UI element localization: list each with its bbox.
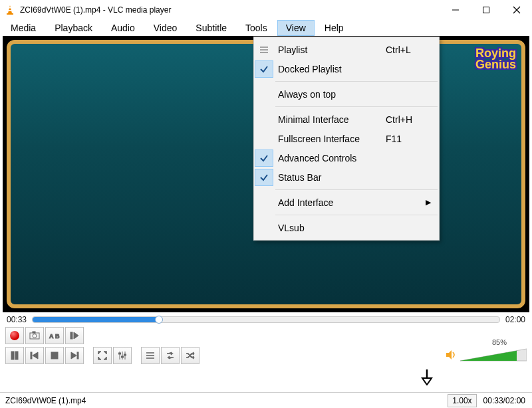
menu-audio[interactable]: Audio	[103, 21, 143, 35]
loop-ab-icon: AB	[49, 331, 61, 340]
menu-separator	[275, 81, 438, 82]
minimize-button[interactable]	[440, 0, 471, 20]
shuffle-icon	[185, 351, 196, 360]
svg-marker-34	[446, 350, 452, 359]
playlist-icon	[146, 352, 155, 359]
menu-separator	[275, 189, 438, 190]
view-advanced-controls[interactable]: Advanced Controls	[254, 148, 439, 167]
camera-icon	[29, 331, 40, 340]
previous-button[interactable]	[25, 347, 44, 364]
view-dropdown: Playlist Ctrl+L Docked Playlist Always o…	[253, 37, 440, 241]
equalizer-icon	[118, 351, 127, 360]
menu-tools[interactable]: Tools	[237, 21, 275, 35]
check-icon	[255, 150, 273, 166]
menu-help[interactable]: Help	[317, 21, 352, 35]
list-icon	[254, 46, 274, 54]
menu-subtitle[interactable]: Subtitle	[188, 21, 235, 35]
stop-button[interactable]	[45, 347, 64, 364]
playback-speed[interactable]: 1.00x	[448, 394, 476, 407]
svg-rect-5	[483, 7, 489, 13]
record-button[interactable]	[5, 327, 24, 344]
svg-rect-16	[70, 332, 72, 339]
submenu-arrow-icon: ▶	[426, 198, 439, 207]
menu-separator	[275, 106, 438, 107]
menubar: Media Playback Audio Video Subtitle Tool…	[0, 20, 532, 36]
fullscreen-button[interactable]	[93, 347, 112, 364]
toolbars: AB 85%	[0, 326, 532, 365]
window-title: ZCI69dVtW0E (1).mp4 - VLC media player	[20, 5, 440, 15]
view-vlsub[interactable]: VLsub	[254, 218, 439, 237]
pause-icon	[10, 351, 19, 360]
svg-marker-0	[8, 5, 12, 13]
frame-step-button[interactable]	[65, 327, 84, 344]
svg-rect-3	[7, 13, 13, 15]
svg-text:B: B	[55, 333, 60, 340]
speaker-icon[interactable]	[446, 350, 458, 362]
loop-icon	[165, 351, 176, 360]
svg-rect-24	[77, 352, 78, 359]
record-icon	[10, 331, 19, 340]
check-icon	[255, 169, 273, 185]
check-icon	[255, 61, 273, 77]
menu-playback[interactable]: Playback	[47, 21, 100, 35]
skip-forward-icon	[70, 351, 79, 360]
pause-button[interactable]	[5, 347, 24, 364]
close-button[interactable]	[501, 0, 532, 20]
svg-rect-19	[15, 352, 18, 359]
svg-rect-29	[122, 356, 124, 357]
svg-rect-20	[31, 352, 32, 359]
watermark-line2: Genius	[475, 59, 516, 70]
titlebar: ZCI69dVtW0E (1).mp4 - VLC media player	[0, 0, 532, 20]
svg-marker-17	[74, 332, 78, 339]
view-fullscreen-interface[interactable]: Fullscreen Interface F11	[254, 129, 439, 148]
maximize-button[interactable]	[471, 0, 501, 20]
snapshot-button[interactable]	[25, 327, 44, 344]
loop-button[interactable]	[161, 347, 180, 364]
svg-marker-23	[71, 352, 76, 359]
menu-separator	[275, 215, 438, 215]
volume-control: 85%	[446, 348, 527, 363]
status-filename: ZCI69dVtW0E (1).mp4	[3, 396, 445, 405]
volume-slider[interactable]	[460, 348, 527, 363]
view-add-interface[interactable]: Add Interface ▶	[254, 193, 439, 212]
fullscreen-icon	[98, 351, 107, 360]
view-docked-playlist[interactable]: Docked Playlist	[254, 59, 439, 78]
menu-view[interactable]: View	[278, 21, 314, 35]
time-elapsed[interactable]: 00:33	[7, 315, 27, 324]
playlist-button[interactable]	[141, 347, 160, 364]
view-always-on-top[interactable]: Always on top	[254, 84, 439, 104]
statusbar: ZCI69dVtW0E (1).mp4 1.00x 00:33/02:00	[0, 392, 532, 408]
seek-row: 00:33 02:00	[0, 312, 532, 326]
view-status-bar[interactable]: Status Bar	[254, 167, 439, 187]
stop-icon	[51, 352, 59, 359]
svg-rect-2	[8, 10, 11, 11]
svg-rect-1	[9, 7, 11, 9]
svg-rect-30	[124, 354, 126, 356]
svg-rect-22	[51, 352, 58, 359]
shuffle-button[interactable]	[181, 347, 200, 364]
menu-video[interactable]: Video	[146, 21, 186, 35]
svg-point-12	[33, 334, 37, 338]
annotation-arrow-icon	[420, 368, 434, 387]
view-playlist[interactable]: Playlist Ctrl+L	[254, 40, 439, 59]
status-time[interactable]: 00:33/02:00	[479, 395, 529, 407]
svg-rect-13	[33, 332, 35, 333]
svg-text:A: A	[49, 333, 54, 340]
skip-back-icon	[30, 351, 39, 360]
time-total[interactable]: 02:00	[505, 315, 525, 324]
svg-rect-28	[119, 353, 121, 354]
loop-ab-button[interactable]: AB	[45, 327, 64, 344]
extended-settings-button[interactable]	[113, 347, 132, 364]
frame-step-icon	[70, 331, 79, 340]
svg-marker-37	[422, 378, 432, 385]
seek-knob[interactable]	[155, 316, 163, 324]
seek-slider[interactable]	[32, 316, 500, 323]
next-button[interactable]	[65, 347, 84, 364]
svg-marker-21	[33, 352, 38, 359]
advanced-toolbar: AB	[5, 326, 527, 346]
svg-rect-18	[11, 352, 14, 359]
view-minimal-interface[interactable]: Minimal Interface Ctrl+H	[254, 110, 439, 129]
menu-media[interactable]: Media	[3, 21, 44, 35]
seek-fill	[33, 317, 159, 322]
main-toolbar: 85%	[5, 346, 527, 365]
